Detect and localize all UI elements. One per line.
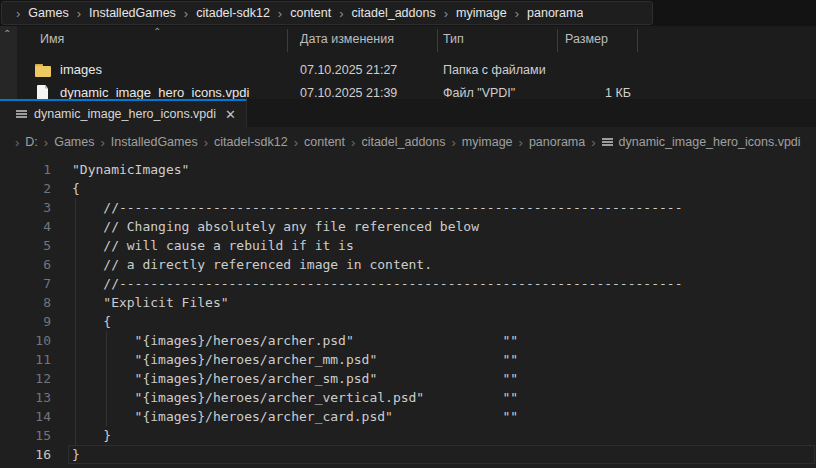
- breadcrumb-label: citadel_addons: [361, 135, 445, 149]
- breadcrumb-item[interactable]: › Games: [38, 135, 95, 150]
- close-tab-icon[interactable]: ✕: [225, 108, 236, 121]
- breadcrumb-item[interactable]: › myimage: [446, 135, 513, 150]
- chevron-right-icon: ›: [452, 135, 456, 150]
- file-date: 07.10.2025 21:27: [300, 58, 397, 81]
- editor-tab-active[interactable]: dynamic_image_hero_icons.vpdi ✕: [0, 99, 247, 127]
- code-line: 9 {: [0, 312, 816, 331]
- line-number: 14: [0, 407, 56, 426]
- breadcrumb-item[interactable]: › panorama: [513, 135, 586, 150]
- line-number: 5: [0, 236, 56, 255]
- line-text: //--------------------------------------…: [72, 274, 682, 293]
- chevron-right-icon: ›: [44, 135, 48, 150]
- file-list-icon: [602, 137, 613, 147]
- chevron-right-icon: ›: [444, 6, 448, 21]
- line-number: 13: [0, 388, 56, 407]
- breadcrumb-label: Games: [28, 6, 68, 20]
- line-number: 10: [0, 331, 56, 350]
- code-line: 7 //------------------------------------…: [0, 274, 816, 293]
- breadcrumb-item[interactable]: › citadel_addons: [345, 135, 445, 150]
- breadcrumb-label: dynamic_image_hero_icons.vpdi: [619, 135, 801, 149]
- line-number: 8: [0, 293, 56, 312]
- column-divider[interactable]: [437, 29, 438, 52]
- breadcrumb-item[interactable]: › D:: [9, 135, 38, 150]
- column-header-size[interactable]: Размер: [565, 32, 608, 46]
- file-type: Папка с файлами: [443, 58, 546, 81]
- line-text: "Explicit Files": [72, 293, 229, 312]
- breadcrumb-label: citadel_addons: [352, 6, 436, 20]
- line-number: 1: [0, 160, 56, 179]
- chevron-right-icon: ›: [15, 135, 19, 150]
- file-rows: images 07.10.2025 21:27 Папка с файлами …: [0, 58, 816, 104]
- column-header-name[interactable]: Имя: [40, 32, 64, 46]
- code-line: 11 "{images}/heroes/archer_mm.psd" "": [0, 350, 816, 369]
- breadcrumb-item[interactable]: › panorama: [507, 6, 584, 21]
- line-number: 7: [0, 274, 56, 293]
- file-type-icon: [34, 62, 52, 78]
- code-line: 13 "{images}/heroes/archer_vertical.psd"…: [0, 388, 816, 407]
- column-divider[interactable]: [557, 29, 558, 52]
- line-text: {: [72, 179, 80, 198]
- line-number: 3: [0, 198, 56, 217]
- line-text: // Changing absolutely any file referenc…: [72, 217, 479, 236]
- explorer-breadcrumb: › Games › InstalledGames › citadel-sdk12…: [8, 6, 583, 21]
- file-name-cell: images: [34, 58, 102, 81]
- file-name: dynamic_image_hero_icons.vpdi: [60, 85, 249, 100]
- line-text: "{images}/heroes/archer_mm.psd" "": [72, 350, 518, 369]
- code-line: 3 //------------------------------------…: [0, 198, 816, 217]
- line-number: 2: [0, 179, 56, 198]
- breadcrumb-label: citadel-sdk12: [196, 6, 270, 20]
- code-area[interactable]: 1 "DynamicImages" 2 { 3 //--------------…: [0, 158, 816, 468]
- editor-breadcrumb: › D: › Games › InstalledGames ›: [9, 135, 801, 150]
- breadcrumb-label: citadel-sdk12: [214, 135, 288, 149]
- code-line: 2 {: [0, 179, 816, 198]
- column-divider[interactable]: [637, 29, 638, 52]
- line-number: 6: [0, 255, 56, 274]
- breadcrumb-item[interactable]: › citadel_addons: [331, 6, 435, 21]
- breadcrumb-item[interactable]: › Games: [8, 6, 69, 21]
- breadcrumb-item[interactable]: › InstalledGames: [69, 6, 176, 21]
- line-text: }: [72, 445, 80, 464]
- chevron-right-icon: ›: [16, 6, 20, 21]
- line-number: 12: [0, 369, 56, 388]
- code-line: 5 // will cause a rebuild if it is: [0, 236, 816, 255]
- explorer-file-list: ⌃ ⌃ Имя Дата изменения Тип Размер images…: [0, 26, 816, 99]
- chevron-right-icon: ›: [519, 135, 523, 150]
- chevron-right-icon: ›: [204, 135, 208, 150]
- chevron-right-icon: ›: [100, 135, 104, 150]
- line-number: 11: [0, 350, 56, 369]
- column-header-date[interactable]: Дата изменения: [300, 32, 394, 46]
- breadcrumb-item[interactable]: › content: [288, 135, 345, 150]
- file-row[interactable]: images 07.10.2025 21:27 Папка с файлами: [0, 58, 816, 81]
- scroll-up-icon[interactable]: ⌃: [3, 28, 11, 39]
- breadcrumb-label: panorama: [529, 135, 585, 149]
- breadcrumb-item[interactable]: › dynamic_image_hero_icons.vpdi: [585, 135, 800, 150]
- column-divider[interactable]: [287, 29, 288, 52]
- code-line: 15 }: [0, 426, 816, 445]
- chevron-right-icon: ›: [515, 6, 519, 21]
- line-text: "{images}/heroes/archer.psd" "": [72, 331, 518, 350]
- breadcrumb-label: InstalledGames: [111, 135, 198, 149]
- code-line: 1 "DynamicImages": [0, 160, 816, 179]
- explorer-address-bar[interactable]: › Games › InstalledGames › citadel-sdk12…: [1, 1, 653, 25]
- line-text: //--------------------------------------…: [72, 198, 682, 217]
- column-header-type[interactable]: Тип: [443, 32, 464, 46]
- sort-ascending-icon: ⌃: [153, 26, 161, 37]
- breadcrumb-label: content: [290, 6, 331, 20]
- breadcrumb-item[interactable]: › content: [270, 6, 331, 21]
- breadcrumb-item[interactable]: › citadel-sdk12: [176, 6, 270, 21]
- code-editor-window: dynamic_image_hero_icons.vpdi ✕ › D: › G…: [0, 99, 816, 468]
- chevron-right-icon: ›: [294, 135, 298, 150]
- breadcrumb-item[interactable]: › myimage: [436, 6, 507, 21]
- line-number: 16: [0, 445, 56, 464]
- code-line: 12 "{images}/heroes/archer_sm.psd" "": [0, 369, 816, 388]
- breadcrumb-label: InstalledGames: [89, 6, 176, 20]
- file-size: [557, 58, 631, 81]
- line-text: }: [72, 426, 111, 445]
- line-text: "DynamicImages": [72, 160, 189, 179]
- code-line: 14 "{images}/heroes/archer_card.psd" "": [0, 407, 816, 426]
- line-number: 4: [0, 217, 56, 236]
- line-text: // will cause a rebuild if it is: [72, 236, 354, 255]
- breadcrumb-item[interactable]: › InstalledGames: [94, 135, 197, 150]
- breadcrumb-label: myimage: [462, 135, 513, 149]
- breadcrumb-item[interactable]: › citadel-sdk12: [198, 135, 288, 150]
